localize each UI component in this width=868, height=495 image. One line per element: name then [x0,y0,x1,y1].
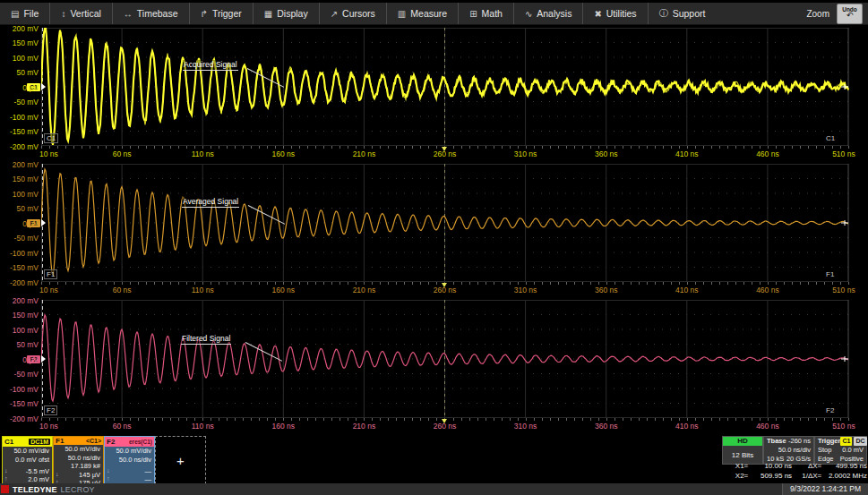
x-tick-label: 310 ns [514,286,537,294]
x-tick-label: 360 ns [595,286,618,294]
menu-item-trigger[interactable]: ↱Trigger [189,3,253,24]
x-tick-label: 60 ns [113,286,132,294]
menu-item-label: Vertical [70,8,100,19]
x-tick-label: 210 ns [353,422,376,431]
max-value: — [145,475,152,483]
menu-item-file[interactable]: ▤File [0,3,49,24]
x-tick-label: 310 ns [514,149,537,158]
x-axis-f1: 10 ns60 ns110 ns160 ns210 ns260 ns310 ns… [0,282,868,296]
x-axis-f2: 10 ns60 ns110 ns160 ns210 ns260 ns310 ns… [0,418,868,432]
menu-item-math[interactable]: ⊞Math [458,3,513,24]
zoom-label: Zoom [806,9,829,19]
signal-callout-f1: Averaged Signal [182,197,239,208]
menu-item-cursors[interactable]: ↗Cursors [319,3,386,24]
x-tick-label: 60 ns [113,422,132,431]
coupling-chip: DC1M [29,439,50,445]
min-arrow-icon: ↓ [4,467,8,475]
vertical-icon: ↕ [61,9,65,19]
time-per-div: 50.0 ns/div [105,456,154,465]
x1-label: X1= [722,462,748,472]
cursors-icon: ↗ [331,9,338,19]
x-tick-label: 260 ns [434,149,457,158]
y-tick-label: -50 mV [0,234,39,243]
menu-item-label: Measure [410,8,447,19]
x-tick-label: 110 ns [192,422,214,431]
x-tick-label: 460 ns [756,422,779,431]
min-arrow-icon: ↓ [56,471,59,479]
menu-item-display[interactable]: ▦Display [253,3,319,24]
trigger-level: 0.0 mV [842,446,864,455]
descriptor-box-f2[interactable]: F2 eres(C1) 50.0 mV/div 50.0 ns/div ↓— ↑… [104,436,155,484]
descriptor-box-f1[interactable]: F1 <C1> 50.0 mV/div 50.0 ns/div 17.189 k… [53,436,104,484]
plus-icon: + [176,453,185,468]
menu-item-label: Math [482,8,503,19]
y-tick-label: -100 mV [0,385,39,394]
undo-button[interactable]: Undo ↶ [837,4,863,24]
offset: 0.0 mV ofst [3,456,52,465]
min-value: -5.5 mV [26,467,49,475]
y-tick-label: 100 mV [0,190,39,199]
x-tick-label: 210 ns [353,286,376,294]
menu-item-utilities[interactable]: ✖Utilities [582,3,647,24]
y-tick-label: -150 mV [0,127,39,136]
sweep-count: 17.189 k# [54,462,103,471]
time-per-div: 50.0 ns/div [54,454,103,463]
x-tick-label: 160 ns [272,422,296,431]
zoom-area: Zoom Undo ↶ [806,3,868,24]
y-tick-label: 0 µV [0,219,39,228]
x-tick-label: 360 ns [595,149,618,158]
hd-mode-box[interactable]: HD 12 Bits [722,436,763,465]
y-tick-label: 150 mV [0,311,39,320]
x-tick-label: 510 ns [832,149,855,158]
y-tick-label: 100 mV [0,54,39,63]
math-icon: ⊞ [469,9,477,19]
max-arrow-icon: ↑ [107,475,110,483]
brand-logo-mark [1,485,9,493]
y-tick-label: -150 mV [0,263,39,272]
waveform-plot-f2[interactable] [41,300,849,418]
y-tick-label: -150 mV [0,399,39,408]
menu-item-analysis[interactable]: ∿Analysis [513,3,583,24]
y-tick-label: 50 mV [0,68,39,77]
dx-value: 499.95 ns [821,462,867,472]
menu-item-vertical[interactable]: ↕Vertical [49,3,111,24]
add-trace-button[interactable]: + [155,436,206,484]
menu-item-support[interactable]: ⓘSupport [648,3,717,24]
x-tick-label: 510 ns [832,422,855,431]
menu-item-label: Trigger [212,8,242,19]
y-tick-label: 200 mV [0,296,39,305]
waveform-plot-c1[interactable] [41,28,849,146]
tbase-per-div: 50.0 ns/div [778,446,811,455]
trigger-box[interactable]: Trigger C1 DC Stop0.0 mV EdgePositive [814,436,867,465]
y-tick-label: 0 µV [0,355,39,364]
y-tick-label: -200 mV [0,278,39,287]
min-value: — [145,467,152,475]
x2-value: 509.95 ns [748,472,792,482]
hd-title: HD [723,437,762,446]
y-tick-label: 200 mV [0,160,39,169]
trigger-icon: ↱ [201,9,208,19]
x-tick-label: 460 ns [756,149,779,158]
brand-lecroy: LECROY [61,485,95,494]
analysis-icon: ∿ [525,9,532,19]
display-icon: ▦ [264,9,272,19]
menu-item-label: File [23,8,39,19]
x-tick-label: 360 ns [595,422,618,431]
menu-item-label: Analysis [537,8,572,19]
x-tick-label: 110 ns [192,149,214,158]
waveform-panel-c1: C1 C1 C1 Acquired Signal 10 ns60 ns110 n… [0,28,868,160]
inv-dx-value: 2.0002 MHz [821,472,867,482]
source-label: <C1> [86,438,101,444]
grid-label-br-f2: F2 [826,406,834,414]
x-tick-label: 210 ns [353,149,376,158]
x-tick-label: 460 ns [756,286,779,294]
utilities-icon: ✖ [594,9,601,19]
descriptor-box-c1[interactable]: C1 DC1M 50.0 mV/div 0.0 mV ofst ↓-5.5 mV… [2,436,53,484]
timebase-box[interactable]: Tbase-260 ns 50.0 ns/div 10 kS20 GS/s [763,436,814,465]
menu-item-timebase[interactable]: ↔Timebase [112,3,189,24]
status-bar: TELEDYNE LECROY 9/3/2022 1:24:21 PM [0,483,868,495]
descriptor-name: F2 [107,438,115,446]
waveform-plot-f1[interactable] [41,164,849,282]
file-icon: ▤ [11,9,19,19]
menu-item-measure[interactable]: ▥Measure [386,3,458,24]
